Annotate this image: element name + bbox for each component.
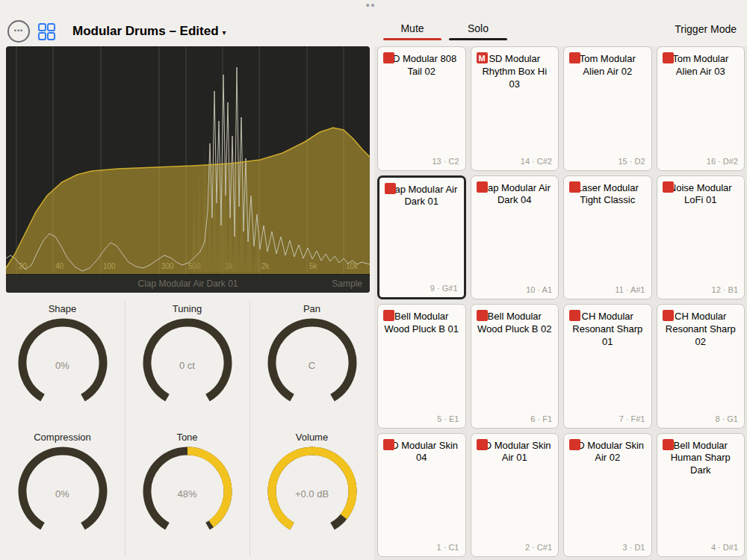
knob-value: 0 ct — [125, 360, 249, 371]
knob-value: C — [249, 360, 374, 371]
pad-note: 12 · B1 — [712, 285, 738, 294]
pad-note: 3 · D1 — [623, 543, 645, 552]
mute-badge — [385, 183, 396, 194]
mute-badge — [569, 439, 580, 450]
pad-name: Clap Modular Air Dark 01 — [385, 184, 458, 209]
trigger-mode-button[interactable]: Trigger Mode — [675, 23, 737, 35]
mute-badge — [663, 310, 674, 321]
pad-note: 9 · G#1 — [430, 284, 458, 293]
pad-name: Noise Modular LoFi 01 — [663, 182, 739, 208]
kit-title: Modular Drums – Edited — [72, 24, 219, 39]
mute-badge: M — [477, 52, 488, 63]
knob-label: Volume — [249, 432, 374, 443]
tab-mute[interactable]: Mute — [382, 19, 443, 40]
drum-pad-11[interactable]: CH Modular Resonant Sharp 01 7 · F#1 — [563, 304, 652, 429]
drum-pad-1[interactable]: SD Modular 808 Tail 02 13 · C2 — [377, 46, 466, 171]
pads-panel: Mute Solo Trigger Mode SD Modular 808 Ta… — [374, 0, 747, 560]
pads-view-button[interactable] — [37, 22, 56, 41]
knob-label: Compression — [0, 432, 125, 443]
mute-badge — [477, 439, 488, 450]
sample-tab-label[interactable]: Sample — [332, 279, 362, 289]
grid-icon — [37, 22, 56, 41]
knob-shape[interactable]: Shape 0% — [0, 297, 125, 426]
mute-badge — [383, 310, 394, 321]
knob-value: 0% — [0, 488, 125, 500]
pad-name: CH Modular Resonant Sharp 01 — [570, 311, 645, 349]
knob-value: 48% — [125, 488, 249, 500]
knob-tuning[interactable]: Tuning 0 ct — [125, 297, 249, 426]
drum-pad-5[interactable]: Clap Modular Air Dark 01 9 · G#1 — [377, 175, 466, 300]
pad-name: BD Modular Skin 04 — [384, 440, 459, 465]
drum-pad-4[interactable]: Tom Modular Alien Air 03 16 · D#2 — [657, 46, 746, 171]
mute-badge — [663, 181, 674, 193]
pad-note: 6 · F1 — [530, 414, 552, 423]
drum-pad-2[interactable]: M SD Modular Rhythm Box Hi 03 14 · C#2 — [471, 46, 560, 171]
tab-solo-underline — [449, 38, 507, 40]
mute-badge — [477, 181, 488, 193]
pad-name: SD Modular Rhythm Box Hi 03 — [477, 53, 553, 91]
pad-name: Tom Modular Alien Air 02 — [570, 53, 645, 78]
mute-badge — [569, 181, 580, 193]
pads-header: Mute Solo Trigger Mode — [374, 0, 747, 46]
editor-header: ••• Modular Drums – Edited ▾ — [7, 18, 226, 45]
pad-note: 11 · A#1 — [615, 285, 645, 294]
more-options-button[interactable]: ••• — [7, 20, 30, 43]
display-info-bar: Clap Modular Air Dark 01 Sample — [6, 274, 370, 293]
knob-tone[interactable]: Tone 48% — [125, 426, 249, 554]
tab-solo[interactable]: Solo — [447, 19, 509, 40]
drum-pad-14[interactable]: BD Modular Skin Air 01 2 · C#1 — [471, 433, 560, 558]
pad-note: 10 · A1 — [526, 285, 552, 294]
pad-name: Tom Modular Alien Air 03 — [663, 53, 739, 78]
pad-name: BD Modular Skin Air 02 — [570, 440, 645, 465]
knob-label: Pan — [249, 303, 374, 314]
knob-pan[interactable]: Pan C — [249, 297, 374, 426]
sample-name: Clap Modular Air Dark 01 — [137, 279, 238, 289]
pad-note: 14 · C#2 — [521, 157, 552, 166]
drum-pad-12[interactable]: CH Modular Resonant Sharp 02 8 · G1 — [657, 304, 746, 429]
tab-mute-underline — [383, 38, 441, 40]
pad-note: 15 · D2 — [618, 157, 645, 166]
drum-pad-10[interactable]: Bell Modular Wood Pluck B 02 6 · F1 — [471, 304, 560, 429]
tab-mute-label: Mute — [400, 22, 424, 34]
knob-compression[interactable]: Compression 0% — [0, 426, 125, 554]
pad-name: CH Modular Resonant Sharp 02 — [663, 311, 739, 349]
knob-value: +0.0 dB — [249, 488, 374, 500]
chevron-down-icon: ▾ — [223, 28, 226, 37]
mute-solo-tabs: Mute Solo — [382, 19, 509, 40]
pad-note: 4 · D#1 — [711, 543, 738, 552]
mute-badge — [477, 310, 488, 321]
knob-value: 0% — [0, 360, 125, 371]
pad-name: Bell Modular Human Sharp Dark — [663, 440, 739, 478]
pad-name: Clap Modular Air Dark 04 — [477, 182, 553, 208]
knob-volume[interactable]: Volume +0.0 dB — [249, 426, 374, 554]
drum-pad-13[interactable]: BD Modular Skin 04 1 · C1 — [377, 433, 466, 558]
drum-pad-6[interactable]: Clap Modular Air Dark 04 10 · A1 — [471, 175, 560, 300]
mute-badge — [569, 310, 580, 321]
mute-badge — [383, 439, 394, 450]
pad-name: BD Modular Skin Air 01 — [477, 440, 553, 465]
drum-pad-9[interactable]: Bell Modular Wood Pluck B 01 5 · E1 — [377, 304, 466, 429]
pad-name: SD Modular 808 Tail 02 — [384, 53, 459, 78]
drum-pad-8[interactable]: Noise Modular LoFi 01 12 · B1 — [657, 175, 746, 300]
pad-note: 1 · C1 — [437, 543, 459, 552]
pad-name: Bell Modular Wood Pluck B 02 — [477, 311, 553, 336]
filter-curve-area — [6, 128, 370, 275]
mute-badge — [663, 439, 674, 450]
knob-label: Shape — [0, 303, 125, 314]
knob-label: Tuning — [125, 303, 249, 314]
mute-badge — [569, 52, 580, 63]
drum-pad-3[interactable]: Tom Modular Alien Air 02 15 · D2 — [563, 46, 652, 171]
tab-solo-label: Solo — [468, 22, 489, 34]
knob-grid: Shape 0% Tuning 0 ct Pan C Compression 0… — [0, 297, 374, 560]
waveform-display[interactable]: 20401003005001k2k5k10k Clap Modular Air … — [6, 46, 370, 293]
pad-name: Laser Modular Tight Classic — [570, 182, 645, 208]
kit-title-dropdown[interactable]: Modular Drums – Edited ▾ — [72, 24, 226, 39]
mute-badge — [663, 52, 674, 63]
drum-pad-7[interactable]: Laser Modular Tight Classic 11 · A#1 — [563, 175, 652, 300]
pad-note: 7 · F#1 — [619, 414, 645, 423]
editor-panel: ••• Modular Drums – Edited ▾ 20401003005… — [0, 0, 374, 560]
drum-pad-15[interactable]: BD Modular Skin Air 02 3 · D1 — [563, 433, 652, 558]
drum-pad-16[interactable]: Bell Modular Human Sharp Dark 4 · D#1 — [657, 433, 746, 558]
mute-badge — [383, 52, 394, 63]
pad-note: 13 · C2 — [432, 157, 459, 166]
